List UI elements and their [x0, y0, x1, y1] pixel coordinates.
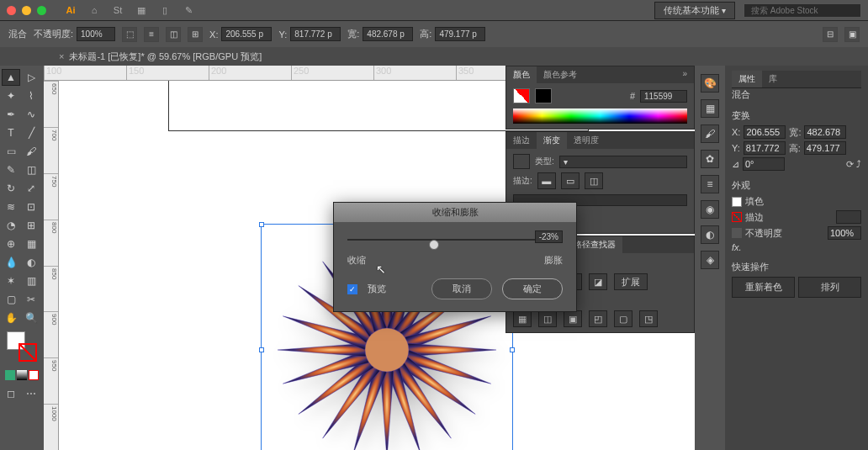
panel-icon[interactable]: ▣ [844, 27, 860, 42]
curvature-tool[interactable]: ∿ [22, 106, 40, 123]
cancel-button[interactable]: 取消 [431, 278, 492, 299]
selection-tool[interactable]: ▲ [2, 69, 20, 86]
divide-button[interactable]: ▦ [513, 310, 532, 327]
home-icon[interactable]: ⌂ [87, 3, 102, 18]
artboard-tool[interactable]: ▢ [2, 291, 20, 308]
h-input[interactable] [435, 27, 485, 41]
scale-tool[interactable]: ⤢ [22, 180, 40, 197]
rectangle-tool[interactable]: ▭ [2, 143, 20, 160]
merge-button[interactable]: ▣ [564, 310, 582, 327]
arrange-button[interactable]: 排列 [798, 277, 861, 298]
eraser-tool[interactable]: ◫ [22, 161, 40, 178]
transform-icon[interactable]: ⊞ [188, 27, 203, 42]
outline-button[interactable]: ▢ [614, 310, 632, 327]
color-tab[interactable]: 颜色 [506, 66, 537, 83]
brush-icon[interactable]: ✎ [181, 3, 196, 18]
edit-toolbar[interactable]: ⋯ [22, 385, 40, 402]
prop-h-input[interactable] [804, 141, 846, 155]
prop-angle-input[interactable] [743, 157, 785, 171]
color-palette-icon[interactable]: 🎨 [701, 74, 719, 93]
gradient-type-select[interactable]: ▾ [559, 156, 687, 168]
shape-builder-tool[interactable]: ◔ [2, 217, 20, 234]
slider-track[interactable] [347, 239, 563, 241]
pen-tool[interactable]: ✒ [2, 106, 20, 123]
extra-icon[interactable]: ⊟ [823, 27, 838, 42]
swatch-icon[interactable]: ▦ [701, 99, 719, 118]
trim-button[interactable]: ◫ [538, 310, 557, 327]
slider-value[interactable]: -23% [535, 230, 563, 243]
direct-select-tool[interactable]: ▷ [22, 69, 40, 86]
width-tool[interactable]: ≋ [2, 199, 20, 215]
graphic-styles-icon[interactable]: ◐ [701, 225, 719, 244]
gradient-swatch[interactable] [513, 154, 530, 169]
free-transform-tool[interactable]: ⊡ [22, 199, 40, 215]
lasso-tool[interactable]: ⌇ [22, 87, 40, 104]
symbol-tool[interactable]: ✶ [2, 273, 20, 289]
bridge-icon[interactable]: St [110, 3, 125, 18]
w-input[interactable] [363, 27, 413, 41]
adobe-stock-search[interactable] [744, 3, 861, 18]
rotate-tool[interactable]: ↻ [2, 180, 20, 197]
align-icon[interactable]: ≡ [144, 27, 159, 42]
y-input[interactable] [290, 27, 341, 41]
brushes-icon[interactable]: 🖌 [701, 124, 719, 143]
stroke-swatch[interactable] [535, 88, 552, 103]
properties-tab[interactable]: 属性 [732, 71, 762, 87]
opacity-swatch-icon[interactable] [732, 228, 742, 238]
slider-thumb[interactable] [429, 240, 439, 250]
color-guide-tab[interactable]: 颜色参考 [537, 66, 584, 83]
zoom-tool[interactable]: 🔍 [22, 310, 40, 326]
fx-label[interactable]: fx. [732, 242, 742, 252]
x-input[interactable] [221, 27, 272, 41]
stroke-weight-input[interactable] [836, 210, 861, 224]
document-tab[interactable]: × 未标题-1 [已恢复]* @ 59.67% [RGB/GPU 预览] [59, 50, 262, 63]
swatch-gradient[interactable] [17, 370, 27, 380]
close-window[interactable] [7, 6, 16, 15]
panel-collapse-icon[interactable]: » [675, 66, 694, 83]
arrange-icon[interactable]: ▦ [134, 3, 149, 18]
magic-wand-tool[interactable]: ✦ [2, 87, 20, 104]
eyedropper-tool[interactable]: 💧 [2, 254, 20, 271]
color-spectrum[interactable] [513, 109, 687, 124]
layers-icon[interactable]: ◈ [701, 251, 719, 269]
mesh-tool[interactable]: ⊕ [2, 236, 20, 252]
symbols-icon[interactable]: ✿ [701, 150, 719, 168]
line-tool[interactable]: ╱ [22, 124, 40, 141]
transparency-tab[interactable]: 透明度 [567, 132, 606, 149]
prop-opacity-input[interactable] [828, 226, 861, 240]
close-tab-icon[interactable]: × [59, 51, 64, 61]
shape-icon[interactable]: ◫ [166, 27, 181, 42]
minimize-window[interactable] [22, 6, 31, 15]
screen-mode[interactable]: ◻ [2, 385, 20, 402]
hand-tool[interactable]: ✋ [2, 310, 20, 326]
stroke-color[interactable] [19, 343, 37, 362]
recolor-button[interactable]: 重新着色 [732, 277, 795, 298]
blend-tool[interactable]: ◐ [22, 254, 40, 271]
doc-icon[interactable]: ▯ [157, 3, 172, 18]
expand-button[interactable]: 扩展 [614, 273, 648, 290]
fill-swatch[interactable] [732, 197, 742, 207]
prop-w-input[interactable] [804, 125, 846, 139]
graph-tool[interactable]: ▥ [22, 273, 40, 289]
crop-button[interactable]: ◰ [589, 310, 607, 327]
swatch-none[interactable] [29, 370, 39, 380]
hex-input[interactable] [640, 90, 687, 103]
appearance-icon[interactable]: ◉ [701, 200, 719, 219]
perspective-tool[interactable]: ⊞ [22, 217, 40, 234]
gradient-tool[interactable]: ▦ [22, 236, 40, 252]
exclude-button[interactable]: ◪ [589, 273, 607, 290]
style-icon[interactable]: ⬚ [122, 27, 137, 42]
minus-back-button[interactable]: ◳ [639, 310, 658, 327]
library-tab[interactable]: 库 [762, 71, 784, 87]
preview-checkbox[interactable]: ✓ [347, 284, 357, 294]
stroke-type-1[interactable]: ▬ [537, 172, 556, 189]
slice-tool[interactable]: ✂ [22, 291, 40, 308]
opacity-input[interactable] [77, 27, 115, 41]
gradient-tab[interactable]: 渐变 [537, 132, 567, 149]
type-tool[interactable]: T [2, 124, 20, 141]
fill-none-swatch[interactable] [513, 88, 530, 103]
fill-stroke-swatch[interactable] [7, 331, 37, 362]
workspace-switcher[interactable]: 传统基本功能 ▾ [654, 2, 735, 19]
swatch-color[interactable] [5, 370, 15, 380]
brush-tool[interactable]: 🖌 [22, 143, 40, 160]
